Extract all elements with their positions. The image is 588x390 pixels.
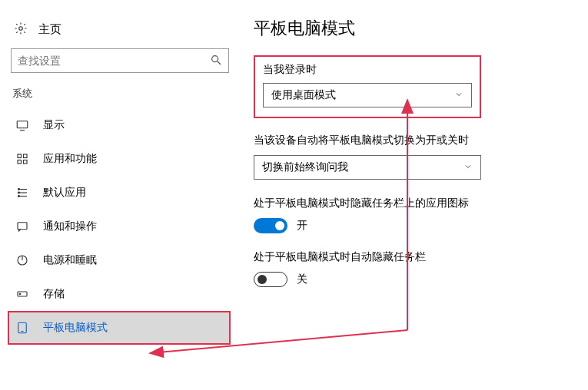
content-pane: 平板电脑模式 当我登录时 使用桌面模式 当该设备自动将平板电脑模式切换为开或关时… (254, 17, 576, 304)
svg-point-0 (19, 27, 23, 31)
hide-icons-state: 开 (297, 219, 307, 233)
sidebar-item-label: 应用和功能 (43, 152, 97, 166)
svg-rect-3 (17, 121, 28, 128)
signin-dropdown-value: 使用桌面模式 (271, 88, 336, 102)
svg-point-14 (18, 196, 20, 197)
signin-section: 当我登录时 使用桌面模式 (254, 55, 481, 118)
hide-icons-toggle[interactable] (254, 218, 287, 233)
hide-taskbar-toggle[interactable] (254, 272, 287, 287)
apps-icon (15, 152, 29, 166)
svg-line-2 (218, 61, 221, 64)
sidebar: 主页 系统 显示 应用和功能 默认应用 通知和操作 电源和睡眠 存储 平板电脑模… (0, 0, 238, 352)
hide-taskbar-label: 处于平板电脑模式时自动隐藏任务栏 (254, 250, 576, 264)
svg-point-13 (18, 192, 20, 193)
svg-rect-8 (24, 160, 28, 164)
sidebar-item-default-apps[interactable]: 默认应用 (8, 176, 231, 210)
search-icon (210, 54, 222, 68)
svg-rect-7 (18, 160, 22, 164)
default-apps-icon (15, 186, 29, 200)
sidebar-item-label: 存储 (43, 287, 65, 301)
home-link[interactable]: 主页 (8, 18, 231, 48)
svg-point-19 (19, 293, 21, 295)
signin-dropdown[interactable]: 使用桌面模式 (263, 83, 472, 107)
sidebar-item-label: 平板电脑模式 (43, 321, 108, 335)
sidebar-item-notifications[interactable]: 通知和操作 (8, 210, 231, 243)
auto-switch-label: 当该设备自动将平板电脑模式切换为开或关时 (254, 134, 576, 147)
home-label: 主页 (38, 22, 61, 37)
sidebar-group-title: 系统 (12, 87, 231, 101)
display-icon (15, 118, 29, 132)
search-box[interactable] (11, 48, 229, 73)
sidebar-item-label: 通知和操作 (43, 220, 97, 233)
svg-rect-5 (18, 154, 22, 158)
chevron-down-icon (463, 161, 473, 174)
power-icon (15, 253, 29, 267)
notifications-icon (15, 220, 29, 233)
sidebar-item-label: 电源和睡眠 (43, 253, 97, 267)
tablet-mode-icon (15, 321, 29, 335)
page-title: 平板电脑模式 (254, 17, 576, 40)
sidebar-item-storage[interactable]: 存储 (8, 277, 231, 311)
search-input[interactable] (18, 55, 210, 67)
hide-icons-label: 处于平板电脑模式时隐藏任务栏上的应用图标 (254, 197, 576, 210)
svg-rect-6 (24, 154, 28, 158)
gear-icon (14, 21, 28, 38)
auto-switch-dropdown-value: 切换前始终询问我 (262, 160, 348, 174)
signin-label: 当我登录时 (263, 63, 472, 77)
sidebar-item-label: 显示 (43, 118, 65, 132)
hide-taskbar-state: 关 (297, 273, 307, 286)
sidebar-item-display[interactable]: 显示 (8, 108, 231, 142)
storage-icon (15, 287, 29, 301)
svg-rect-15 (18, 223, 27, 230)
chevron-down-icon (454, 89, 463, 101)
sidebar-item-power[interactable]: 电源和睡眠 (8, 243, 231, 277)
svg-point-1 (212, 55, 218, 61)
sidebar-item-apps[interactable]: 应用和功能 (8, 142, 231, 176)
sidebar-item-label: 默认应用 (43, 186, 86, 200)
auto-switch-dropdown[interactable]: 切换前始终询问我 (254, 155, 481, 180)
svg-point-12 (18, 189, 20, 190)
sidebar-item-tablet-mode[interactable]: 平板电脑模式 (8, 311, 231, 345)
